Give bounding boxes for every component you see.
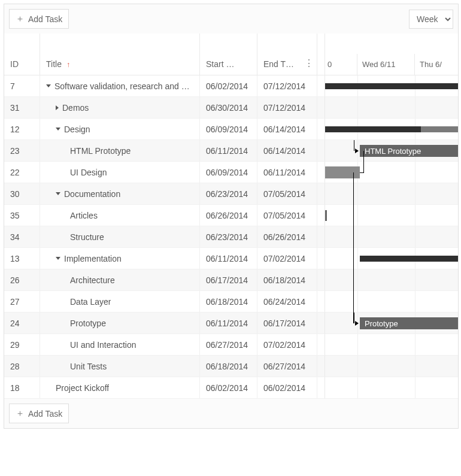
gantt-row[interactable] [324, 334, 458, 356]
cell-start: 06/11/2014 [200, 140, 257, 161]
gantt-row[interactable] [324, 75, 458, 97]
gantt-task-bar[interactable]: Prototype [360, 317, 458, 329]
cell-title[interactable]: Articles [40, 205, 200, 226]
table-row[interactable]: 24Prototype06/11/201406/17/2014 [4, 313, 324, 334]
cell-end: 06/14/2014 [257, 140, 317, 161]
table-row[interactable]: 27Data Layer06/18/201406/24/2014 [4, 291, 324, 313]
col-header-title[interactable]: Title ↑ [40, 34, 200, 75]
cell-title[interactable]: Software validation, research and … [40, 75, 200, 96]
task-title: Project Kickoff [56, 383, 109, 393]
table-row[interactable]: 31Demos06/30/201407/12/2014 [4, 97, 324, 119]
gantt-summary-bar[interactable] [421, 126, 458, 132]
gantt-row[interactable] [324, 291, 458, 313]
table-row[interactable]: 13Implementation06/11/201407/02/2014 [4, 248, 324, 269]
gantt-row[interactable]: HTML Prototype [324, 140, 458, 162]
gantt-row[interactable] [324, 183, 458, 205]
table-row[interactable]: 35Articles06/26/201407/05/2014 [4, 205, 324, 226]
toolbar: ＋ Add Task Week [4, 4, 458, 34]
cell-end: 06/27/2014 [257, 356, 317, 377]
cell-end: 06/14/2014 [257, 119, 317, 140]
task-title: Documentation [64, 189, 120, 199]
cell-end: 07/02/2014 [257, 334, 317, 355]
cell-title[interactable]: UI and Interaction [40, 334, 200, 355]
chevron-down-icon[interactable] [56, 257, 60, 260]
gantt-row[interactable] [324, 205, 458, 226]
gantt-row[interactable] [324, 119, 458, 140]
gantt-task-bar[interactable] [325, 166, 360, 178]
gantt-row[interactable] [324, 97, 458, 119]
add-task-button-footer[interactable]: ＋ Add Task [9, 404, 69, 423]
table-row[interactable]: 22UI Design06/09/201406/11/2014 [4, 162, 324, 183]
cell-end: 06/24/2014 [257, 291, 317, 312]
task-title: Demos [62, 103, 89, 113]
cell-title[interactable]: UI Design [40, 162, 200, 183]
gantt-row[interactable] [324, 162, 458, 183]
task-title: Unit Tests [70, 362, 107, 371]
gantt-task-bar[interactable] [325, 210, 327, 221]
view-select[interactable]: Week [409, 10, 453, 29]
chevron-down-icon[interactable] [56, 128, 60, 131]
task-title: UI and Interaction [70, 340, 137, 350]
cell-title[interactable]: Prototype [40, 313, 200, 333]
gantt-rows[interactable]: HTML PrototypePrototype [324, 75, 458, 399]
cell-id: 26 [4, 269, 40, 290]
gantt-row[interactable] [324, 248, 458, 269]
cell-start: 06/11/2014 [200, 313, 257, 333]
table-row[interactable]: 7Software validation, research and …06/0… [4, 75, 324, 97]
cell-end: 06/18/2014 [257, 269, 317, 290]
gantt-summary-bar[interactable] [360, 256, 458, 262]
gantt-day-header: Wed 6/11 [357, 54, 415, 75]
table-row[interactable]: 30Documentation06/23/201407/05/2014 [4, 183, 324, 205]
footer: ＋ Add Task [4, 399, 458, 428]
column-menu-icon[interactable]: ⋮ [304, 57, 313, 69]
gantt-row[interactable] [324, 377, 458, 399]
cell-id: 22 [4, 162, 40, 183]
col-header-id[interactable]: ID [4, 34, 40, 75]
cell-id: 30 [4, 183, 40, 204]
gantt-row[interactable] [324, 226, 458, 248]
table-row[interactable]: 28Unit Tests06/18/201406/27/2014 [4, 356, 324, 377]
table-row[interactable]: 34Structure06/23/201406/26/2014 [4, 226, 324, 248]
table-row[interactable]: 23HTML Prototype06/11/201406/14/2014 [4, 140, 324, 162]
cell-title[interactable]: Architecture [40, 269, 200, 290]
cell-title[interactable]: Unit Tests [40, 356, 200, 377]
table-row[interactable]: 18Project Kickoff06/02/201406/02/2014 [4, 377, 324, 399]
cell-title[interactable]: Demos [40, 97, 200, 118]
cell-start: 06/23/2014 [200, 226, 257, 247]
add-task-button[interactable]: ＋ Add Task [9, 9, 69, 29]
cell-end: 07/02/2014 [257, 248, 317, 269]
cell-title[interactable]: Design [40, 119, 200, 140]
gantt-summary-bar[interactable] [325, 83, 458, 89]
cell-title[interactable]: Documentation [40, 183, 200, 204]
cell-title[interactable]: Structure [40, 226, 200, 247]
task-title: Prototype [70, 319, 106, 328]
grid: ID Title ↑ Start … End T… ⋮ 7Software va… [4, 34, 458, 399]
chevron-down-icon[interactable] [46, 84, 51, 87]
cell-id: 7 [4, 75, 40, 96]
tree-header-row: ID Title ↑ Start … End T… ⋮ [4, 34, 324, 75]
cell-start: 06/17/2014 [200, 269, 257, 290]
chevron-down-icon[interactable] [56, 192, 60, 195]
tree-list-pane: ID Title ↑ Start … End T… ⋮ 7Software va… [4, 34, 324, 399]
gantt-summary-bar[interactable] [325, 126, 421, 132]
cell-title[interactable]: Implementation [40, 248, 200, 269]
table-row[interactable]: 12Design06/09/201406/14/2014 [4, 119, 324, 140]
task-title: Articles [70, 211, 98, 220]
col-header-start[interactable]: Start … [200, 34, 257, 75]
cell-title[interactable]: HTML Prototype [40, 140, 200, 161]
table-row[interactable]: 29UI and Interaction06/27/201407/02/2014 [4, 334, 324, 356]
table-row[interactable]: 26Architecture06/17/201406/18/2014 [4, 269, 324, 291]
cell-id: 13 [4, 248, 40, 269]
chevron-right-icon[interactable] [56, 105, 59, 110]
gantt-row[interactable] [324, 269, 458, 291]
cell-id: 18 [4, 377, 40, 398]
gantt-task-bar[interactable]: HTML Prototype [360, 145, 458, 157]
gantt-row[interactable]: Prototype [324, 313, 458, 334]
cell-title[interactable]: Project Kickoff [40, 377, 200, 398]
gantt-header: 0Wed 6/11Thu 6/ [324, 34, 458, 75]
cell-title[interactable]: Data Layer [40, 291, 200, 312]
task-title: Design [64, 125, 90, 134]
col-header-end[interactable]: End T… ⋮ [257, 34, 317, 75]
gantt-row[interactable] [324, 356, 458, 377]
cell-start: 06/27/2014 [200, 334, 257, 355]
